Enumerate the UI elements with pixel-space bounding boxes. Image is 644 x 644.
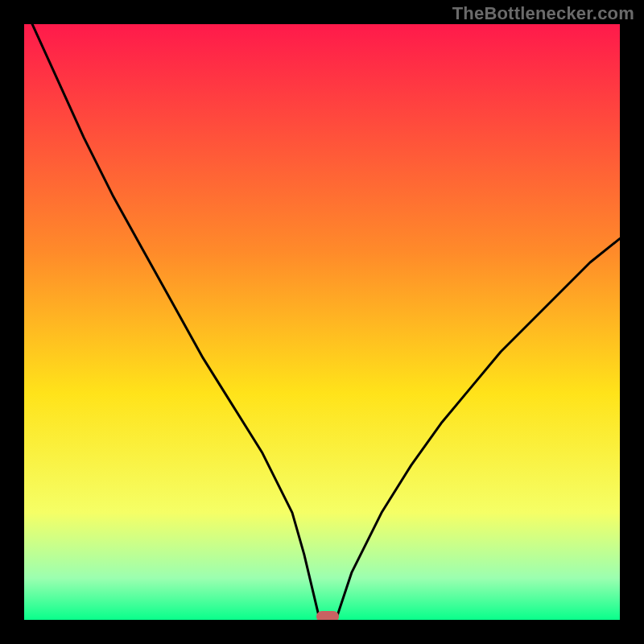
- credit-text: TheBottlenecker.com: [452, 3, 634, 24]
- bottleneck-curve: [24, 24, 620, 620]
- bottleneck-marker: [316, 611, 339, 620]
- plot-area: [24, 24, 620, 620]
- chart-frame: TheBottlenecker.com: [0, 0, 644, 644]
